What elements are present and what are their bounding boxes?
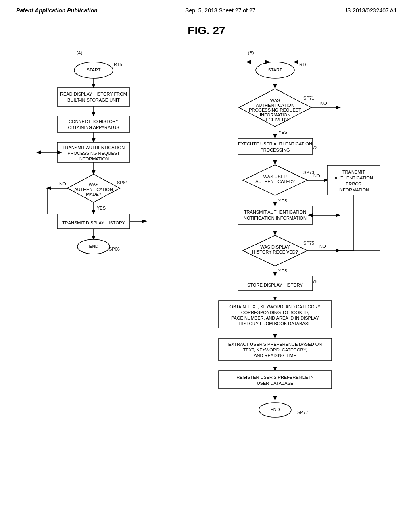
sp64-label: SP64 — [117, 180, 128, 185]
sp76-text: TRANSMIT — [342, 170, 365, 175]
end-a: END — [89, 244, 98, 249]
sp76-text3: ERROR — [346, 181, 362, 186]
rt5-label: RT5 — [114, 62, 122, 67]
sp72-text: EXECUTE USER AUTHENTICATION — [238, 141, 312, 146]
header-right: US 2013/0232407 A1 — [343, 7, 397, 14]
svg-marker-22 — [246, 60, 251, 64]
sp64-text2: AUTHENTICATION — [74, 187, 113, 192]
sp64-no-label: NO — [59, 181, 66, 186]
svg-rect-47 — [219, 371, 332, 389]
sp75-yes-label: YES — [278, 268, 287, 273]
diagram-container: (A) RT5 START SP61 READ DISPLAY HISTORY … — [17, 41, 396, 509]
sp79-text4: HISTORY FROM BOOK DATABASE — [239, 321, 311, 326]
sp62-text2: OBTAINING APPARATUS — [68, 125, 119, 130]
sp81-text: REGISTER USER'S PREFERENCE IN — [236, 375, 314, 380]
sp78-text: STORE DISPLAY HISTORY — [247, 283, 303, 287]
sp73-text2: AUTHENTICATED? — [255, 179, 295, 184]
sp79-text3: PAGE NUMBER, AND AREA ID IN DISPLAY — [231, 316, 319, 320]
sp79-text2: CORRESPONDING TO BOOK ID, — [241, 310, 309, 315]
sp64-yes-label: YES — [97, 206, 106, 210]
sp64-text: WAS — [89, 182, 99, 187]
sp73-text: WAS USER — [263, 174, 287, 179]
sp61-text: READ DISPLAY HISTORY FROM — [60, 91, 127, 96]
header-center: Sep. 5, 2013 Sheet 27 of 27 — [185, 7, 255, 14]
sp80-text: EXTRACT USER'S PREFERENCE BASED ON — [228, 342, 322, 347]
svg-marker-35 — [336, 213, 340, 217]
sp71-text3: PROCESSING REQUEST — [249, 108, 301, 112]
page-header: Patent Application Publication Sep. 5, 2… — [0, 0, 413, 17]
rt6-label: RT6 — [299, 62, 308, 67]
sp80-text3: AND READING TIME — [254, 353, 296, 358]
sp76-text4: INFORMATION — [338, 187, 369, 192]
flow-b-label: (B) — [248, 50, 254, 55]
sp75-label: SP75 — [303, 241, 314, 245]
sp73-no-label: NO — [313, 173, 320, 178]
sp72-text2: PROCESSING — [260, 148, 290, 152]
sp75-text2: HISTORY RECEIVED? — [252, 249, 298, 254]
figure-title: FIG. 27 — [0, 24, 413, 37]
sp71-text2: AUTHENTICATION — [256, 103, 294, 108]
sp75-no-label: NO — [319, 244, 326, 249]
sp74-text2: NOTIFICATION INFORMATION — [244, 216, 307, 220]
sp66-label: SP66 — [109, 247, 120, 251]
sp80-text2: TEXT, KEYWORD, CATEGORY, — [243, 347, 307, 352]
sp65-text: TRANSMIT DISPLAY HISTORY — [62, 220, 125, 225]
sp81-text2: USER DATABASE — [257, 381, 294, 386]
flowchart-svg: (A) RT5 START SP61 READ DISPLAY HISTORY … — [17, 41, 396, 509]
sp77-label: SP77 — [297, 410, 308, 415]
sp75-text: WAS DISPLAY — [260, 245, 290, 249]
flow-a-label: (A) — [77, 50, 83, 55]
sp64-text3: MADE? — [86, 192, 101, 197]
sp71-yes-label: YES — [278, 130, 287, 135]
sp63-text3: INFORMATION — [78, 156, 109, 161]
header-left: Patent Application Publication — [16, 7, 98, 14]
sp71-text4: INFORMATION — [260, 112, 290, 117]
sp71-text: WAS — [270, 98, 280, 103]
start-a: START — [86, 67, 100, 72]
sp71-label: SP71 — [303, 96, 314, 100]
sp73-label: SP73 — [303, 170, 314, 175]
sp63-text2: PROCESSING REQUEST — [67, 151, 120, 156]
end-b: END — [270, 407, 280, 412]
sp71-text5: RECEIVED? — [263, 117, 288, 122]
sp74-text: TRANSMIT AUTHENTICATION — [244, 210, 306, 214]
sp76-text2: AUTHENTICATION — [334, 175, 373, 180]
sp71-no-label: NO — [320, 101, 327, 106]
sp63-text: TRANSMIT AUTHENTICATION — [63, 145, 125, 150]
sp62-text: CONNECT TO HISTORY — [69, 119, 119, 124]
start-b: START — [268, 67, 282, 72]
sp79-text: OBTAIN TEXT, KEYWORD, AND CATEGORY — [229, 304, 321, 309]
sp73-yes-label: YES — [278, 198, 287, 203]
sp61-text2: BUILT-IN STORAGE UNIT — [67, 98, 120, 102]
svg-marker-8 — [36, 150, 41, 154]
